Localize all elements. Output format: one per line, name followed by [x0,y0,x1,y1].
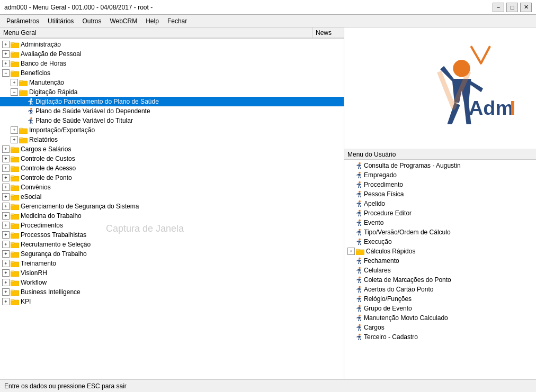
item-label-administracao: Administração [21,40,61,49]
expand-btn-recrutamento[interactable]: + [2,241,10,248]
expand-btn-manutencao[interactable]: + [11,79,18,86]
expand-btn-administracao[interactable]: + [2,41,10,48]
user-menu-item[interactable]: Consulta de Programas - Augustin [344,161,536,170]
expand-btn-bi[interactable]: + [2,288,10,296]
user-menu-placeholder [347,229,355,236]
folder-icon-beneficios [11,70,19,77]
user-menu-item[interactable]: Evento [344,218,536,227]
expand-btn-processos[interactable]: + [2,231,10,239]
menu-item-utilit-rios[interactable]: Utilitários [43,16,78,26]
user-menu-item[interactable]: Relógio/Funções [344,294,536,304]
tree-item-plano-dep[interactable]: Plano de Saúde Variável do Dependente [0,106,344,116]
svg-rect-20 [11,147,14,149]
minimize-button[interactable]: − [493,3,504,12]
expand-btn-controle-acesso[interactable]: + [2,165,10,172]
svg-point-61 [359,210,361,212]
item-label-controle-custos: Controle de Custos [21,154,75,163]
folder-icon-treinamento [11,260,19,267]
expand-btn-procedimentos[interactable]: + [2,222,10,229]
tree-item-relatorios-ben[interactable]: + Relatórios [0,135,344,144]
expand-btn-treinamento[interactable]: + [2,260,10,267]
tree-item-controle-ponto[interactable]: + Controle de Ponto [0,173,344,183]
tree-item-avaliacao[interactable]: + Avaliação de Pessoal [0,49,344,59]
tree-item-processos[interactable]: + Processos Trabalhistas [0,230,344,240]
expand-btn-dig-rapida[interactable]: − [11,88,18,96]
expand-btn-convenios[interactable]: + [2,184,10,191]
tree-item-esocial[interactable]: + eSocial [0,192,344,202]
menu-item-par-metros[interactable]: Parâmetros [2,16,43,26]
tree-item-banco-horas[interactable]: + Banco de Horas [0,59,344,68]
menu-item-webcrm[interactable]: WebCRM [105,16,141,26]
left-panel: Menu Geral News + Administração+ Avaliaç… [0,28,344,379]
svg-rect-50 [11,290,14,291]
main-area: Menu Geral News + Administração+ Avaliaç… [0,28,536,379]
menu-item-outros[interactable]: Outros [78,16,105,26]
tree-item-beneficios[interactable]: − Benefícios [0,68,344,78]
user-menu-item[interactable]: Tipo/Versão/Ordem de Cálculo [344,227,536,237]
user-menu-item[interactable]: Procedimento [344,180,536,189]
user-menu-list: Consulta de Programas - Augustin Emprega… [344,160,536,379]
user-menu-item[interactable]: Coleta de Marcações do Ponto [344,275,536,285]
tree-item-manutencao[interactable]: + Manutenção [0,78,344,87]
user-menu-item[interactable]: Cargos [344,323,536,332]
menu-item-help[interactable]: Help [141,16,163,26]
user-menu-item[interactable]: Execução [344,237,536,247]
user-menu-item[interactable]: + Cálculos Rápidos [344,247,536,256]
tree-item-seguranca[interactable]: + Segurança do Trabalho [0,249,344,259]
tree-item-gerenciamento-seg[interactable]: + Gerenciamento de Segurança do Sistema [0,202,344,211]
expand-btn-cargos-salarios[interactable]: + [2,145,10,153]
user-menu-item[interactable]: Apelido [344,199,536,208]
tree-item-workflow[interactable]: + Workflow [0,278,344,287]
expand-btn-relatorios-ben[interactable]: + [11,136,18,143]
menu-item-fechar[interactable]: Fechar [163,16,191,26]
expand-btn-controle-ponto[interactable]: + [2,174,10,181]
tree-item-cargos-salarios[interactable]: + Cargos e Salários [0,144,344,154]
tree-item-convenios[interactable]: + Convênios [0,183,344,192]
tree-item-visionrh[interactable]: + VisionRH [0,268,344,278]
user-menu-item[interactable]: Grupo de Evento [344,304,536,313]
user-menu-item[interactable]: Celulares [344,266,536,275]
maximize-button[interactable]: □ [506,3,518,12]
user-menu-item[interactable]: Empregado [344,170,536,180]
user-menu-item[interactable]: Procedure Editor [344,208,536,218]
tree-item-dig-rapida[interactable]: − Digitação Rápida [0,87,344,97]
tree-item-importacao[interactable]: + Importação/Exportação [0,125,344,135]
expand-btn-importacao[interactable]: + [11,126,18,134]
user-menu-item[interactable]: Pessoa Física [344,189,536,199]
expand-btn-workflow[interactable]: + [2,279,10,286]
expand-btn-banco-horas[interactable]: + [2,60,10,67]
tree-item-recrutamento[interactable]: + Recrutamento e Seleção [0,240,344,249]
tree-item-bi[interactable]: + Business Intelligence [0,287,344,297]
tree-item-procedimentos[interactable]: + Procedimentos [0,221,344,230]
expand-btn-beneficios[interactable]: − [2,69,10,77]
expand-btn-seguranca[interactable]: + [2,250,10,258]
tree-item-medicina[interactable]: + Medicina do Trabalho [0,211,344,221]
run-icon-plano-tit [26,117,34,124]
expand-btn-controle-custos[interactable]: + [2,155,10,162]
user-menu-item[interactable]: Fechamento [344,256,536,266]
tree-item-plano-tit[interactable]: Plano de Saúde Variável do Titular [0,116,344,125]
expand-btn-medicina[interactable]: + [2,212,10,220]
run-icon-plano-dep [26,107,34,115]
user-menu-item[interactable]: Terceiro - Cadastro [344,332,536,342]
user-menu-item[interactable]: Acertos do Cartão Ponto [344,285,536,294]
tree-item-controle-acesso[interactable]: + Controle de Acesso [0,163,344,173]
expand-btn-avaliacao[interactable]: + [2,50,10,58]
expand-btn-visionrh[interactable]: + [2,269,10,277]
item-label-plano-tit: Plano de Saúde Variável do Titular [35,116,133,125]
expand-btn-kpi[interactable]: + [2,298,10,305]
svg-point-58 [359,181,361,184]
tree-item-administracao[interactable]: + Administração [0,40,344,49]
item-label-treinamento: Treinamento [21,259,56,268]
user-menu-run-icon [355,200,362,207]
tree-item-kpi[interactable]: + KPI [0,297,344,306]
expand-btn-esocial[interactable]: + [2,193,10,200]
close-button[interactable]: ✕ [520,3,532,12]
user-menu-item[interactable]: Manutenção Movto Calculado [344,313,536,323]
tree-item-treinamento[interactable]: + Treinamento [0,259,344,268]
tree-item-dig-parcelamento[interactable]: Digitação Parcelamento do Plano de Saúde [0,97,344,106]
expand-btn-gerenciamento-seg[interactable]: + [2,203,10,210]
user-menu-expand-btn[interactable]: + [347,248,355,255]
tree-item-controle-custos[interactable]: + Controle de Custos [0,154,344,163]
svg-rect-1 [11,42,14,44]
